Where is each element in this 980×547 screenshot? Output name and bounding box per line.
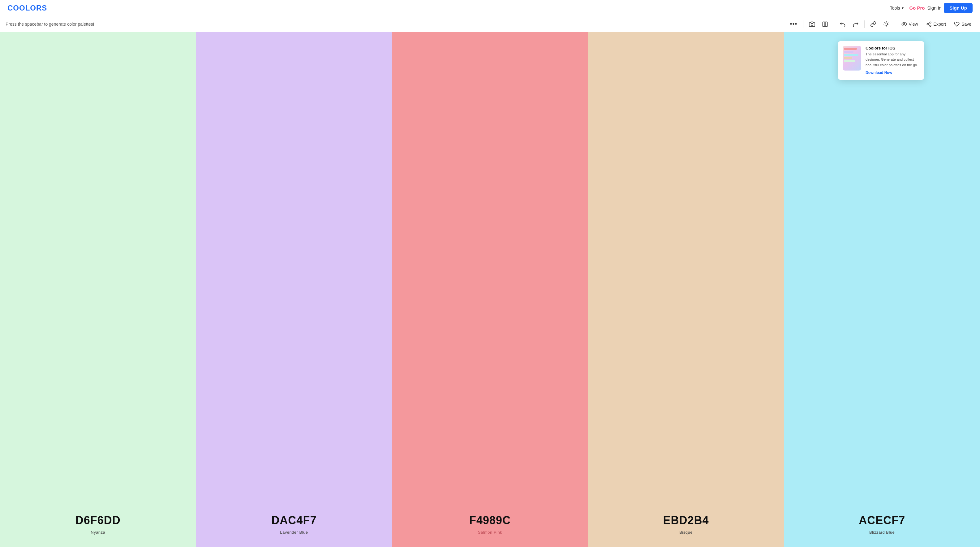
eye-icon <box>901 21 907 27</box>
share-icon <box>926 21 932 27</box>
color-name-0: Nyanza <box>0 530 196 534</box>
toolbar-divider-1 <box>803 21 803 28</box>
svg-point-3 <box>885 22 887 25</box>
svg-rect-1 <box>822 22 825 26</box>
svg-point-12 <box>903 23 905 25</box>
svg-point-13 <box>929 22 931 23</box>
toolbar-actions: ••• <box>788 19 975 29</box>
view-label: View <box>909 22 918 27</box>
ios-popup: Coolors for iOS The essential app for an… <box>838 41 924 80</box>
more-options-button[interactable]: ••• <box>788 19 800 29</box>
heart-icon <box>954 21 959 27</box>
palette-container: D6F6DD Nyanza DAC4F7 Lavender Blue F4989… <box>0 32 980 547</box>
export-button[interactable]: Export <box>923 19 949 29</box>
color-hex-3: EBD2B4 <box>588 514 784 527</box>
sun-icon <box>883 21 889 27</box>
sign-up-button[interactable]: Sign Up <box>944 3 972 13</box>
color-swatch-1[interactable]: DAC4F7 Lavender Blue <box>196 32 392 547</box>
ios-popup-description: The essential app for any designer. Gene… <box>865 52 920 68</box>
go-pro-button[interactable]: Go Pro <box>909 5 924 11</box>
view-button[interactable]: View <box>898 19 921 29</box>
link-icon <box>870 21 877 27</box>
ios-popup-image <box>843 46 861 70</box>
logo[interactable]: COOLORS <box>8 4 47 13</box>
svg-line-16 <box>928 24 929 25</box>
undo-icon <box>840 21 846 27</box>
color-hex-4: ACECF7 <box>784 514 980 527</box>
tools-label: Tools <box>890 6 900 11</box>
popup-bar-4 <box>844 57 852 59</box>
popup-bar-2 <box>844 51 853 53</box>
redo-icon <box>853 21 859 27</box>
download-now-link[interactable]: Download Now <box>865 70 892 75</box>
sun-button[interactable] <box>881 19 892 29</box>
tools-menu[interactable]: Tools ▾ <box>887 4 907 13</box>
save-label: Save <box>961 22 971 27</box>
layout-button[interactable] <box>819 19 830 29</box>
color-name-4: Blizzard Blue <box>784 530 980 534</box>
save-button[interactable]: Save <box>951 19 974 29</box>
color-name-3: Bisque <box>588 530 784 534</box>
svg-rect-2 <box>825 22 827 26</box>
camera-button[interactable] <box>807 19 818 29</box>
color-swatch-2[interactable]: F4989C Salmon Pink <box>392 32 588 547</box>
chevron-down-icon: ▾ <box>902 6 904 10</box>
color-swatch-0[interactable]: D6F6DD Nyanza <box>0 32 196 547</box>
svg-line-17 <box>928 22 929 24</box>
sign-in-button[interactable]: Sign in <box>927 5 941 11</box>
color-name-1: Lavender Blue <box>196 530 392 534</box>
popup-bar-1 <box>844 48 857 50</box>
toolbar-divider-2 <box>834 21 834 28</box>
color-swatch-4[interactable]: ACECF7 Blizzard Blue <box>784 32 980 547</box>
navbar-right: Tools ▾ Go Pro Sign in Sign Up <box>887 3 972 13</box>
spacebar-hint: Press the spacebar to generate color pal… <box>6 22 94 27</box>
undo-button[interactable] <box>837 19 848 29</box>
ios-popup-title: Coolors for iOS <box>865 46 920 51</box>
color-name-2: Salmon Pink <box>392 530 588 534</box>
popup-bar-5 <box>844 60 855 62</box>
redo-button[interactable] <box>850 19 861 29</box>
export-label: Export <box>934 22 946 27</box>
svg-point-14 <box>927 23 928 25</box>
svg-point-0 <box>811 23 813 25</box>
color-hex-0: D6F6DD <box>0 514 196 527</box>
color-swatch-3[interactable]: EBD2B4 Bisque <box>588 32 784 547</box>
navbar: COOLORS Tools ▾ Go Pro Sign in Sign Up <box>0 0 980 16</box>
popup-bar-3 <box>844 54 858 56</box>
navbar-left: COOLORS <box>8 4 47 13</box>
more-dots-icon: ••• <box>790 21 797 27</box>
svg-line-6 <box>884 22 885 22</box>
camera-icon <box>809 21 815 27</box>
svg-point-15 <box>929 25 931 27</box>
toolbar-divider-4 <box>895 21 895 28</box>
color-hex-2: F4989C <box>392 514 588 527</box>
ios-popup-content: Coolors for iOS The essential app for an… <box>865 46 920 75</box>
toolbar: Press the spacebar to generate color pal… <box>0 16 980 32</box>
link-button[interactable] <box>868 19 879 29</box>
color-hex-1: DAC4F7 <box>196 514 392 527</box>
layout-icon <box>822 21 828 27</box>
toolbar-divider-3 <box>864 21 865 28</box>
